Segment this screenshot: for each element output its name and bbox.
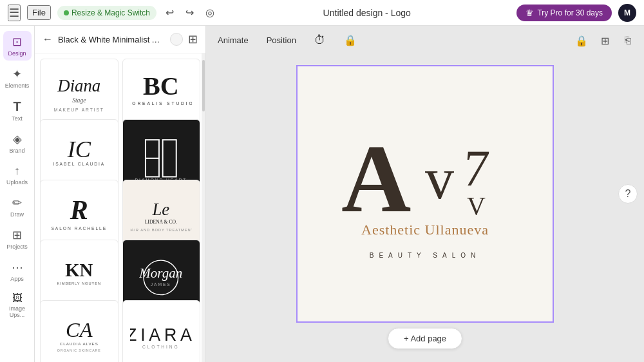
canvas-helper-button[interactable]: ? [618, 184, 638, 204]
color-filter[interactable] [170, 33, 183, 46]
uploads-icon: ↑ [14, 164, 20, 178]
svg-text:ORGANIC SKINCARE: ORGANIC SKINCARE [57, 348, 101, 352]
template-item[interactable]: ZIARA CLOTHING [122, 300, 201, 362]
draw-label: Draw [10, 211, 24, 218]
timeline-button[interactable]: ⏱ [309, 31, 331, 50]
svg-text:KIMBERLY NGUYEN: KIMBERLY NGUYEN [57, 282, 101, 286]
animate-button[interactable]: Animate [213, 33, 254, 48]
sidebar-item-projects[interactable]: ⊞ Projects [3, 224, 32, 254]
menu-button[interactable]: ☰ [8, 5, 21, 21]
logo-subtitle-row: BEAUTY SALON [361, 248, 489, 261]
canvas-area: Animate Position ⏱ 🔒 🔒 ⊞ ⎗ ? A v [206, 26, 644, 362]
svg-text:LIDENA & CO.: LIDENA & CO. [145, 219, 177, 225]
svg-text:CLAUDIA ALVES: CLAUDIA ALVES [60, 341, 99, 346]
svg-text:V: V [467, 191, 486, 218]
panel-header: ← Black & White Minimalist Aesthetic Ini… [35, 26, 205, 53]
filter-icon[interactable]: ⊞ [188, 32, 198, 46]
svg-text:CLOTHING: CLOTHING [143, 345, 180, 349]
grid-view-button[interactable]: ⊞ [595, 31, 614, 50]
share-button[interactable]: ⎗ [618, 31, 638, 50]
apps-label: Apps [10, 276, 24, 282]
design-label: Design [8, 50, 26, 57]
sidebar-item-text[interactable]: T Text [3, 95, 32, 126]
sidebar-item-brand[interactable]: ◈ Brand [3, 128, 32, 158]
sidebar-item-elements[interactable]: ✦ Elements [3, 63, 32, 93]
resize-label: Resize & Magic Switch [71, 8, 150, 17]
resize-dot [64, 10, 69, 15]
svg-text:Diana: Diana [57, 76, 100, 95]
main-area: ⊡ Design ✦ Elements T Text ◈ Brand ↑ Upl… [0, 26, 644, 362]
projects-label: Projects [6, 243, 28, 250]
pro-label: Try Pro for 30 days [537, 8, 603, 17]
position-button[interactable]: Position [261, 33, 301, 48]
sidebar-item-draw[interactable]: ✏ Draw [3, 192, 32, 222]
help-button[interactable]: ◎ [203, 4, 217, 21]
lock-icon-button[interactable]: 🔒 [572, 31, 591, 50]
back-button[interactable]: ← [43, 33, 53, 45]
svg-text:SALON RACHELLE: SALON RACHELLE [51, 226, 107, 231]
sidebar-item-image-ups[interactable]: 🖼 Image Ups... [3, 289, 32, 322]
image-ups-icon: 🖼 [12, 292, 23, 304]
svg-text:BOREALIS STUDIO: BOREALIS STUDIO [130, 101, 192, 106]
svg-text:CA: CA [66, 318, 93, 341]
svg-text:v: v [425, 147, 454, 211]
svg-text:BC: BC [143, 71, 179, 100]
svg-text:Morgan: Morgan [139, 265, 183, 281]
brand-icon: ◈ [13, 132, 22, 146]
svg-rect-8 [163, 140, 176, 176]
projects-icon: ⊞ [12, 228, 22, 242]
logo-container: A v 7 V Aesthetic Ullanueva [335, 128, 515, 261]
undo-button[interactable]: ↩ [163, 4, 176, 21]
svg-text:Aesthetic Ullanueva: Aesthetic Ullanueva [361, 222, 489, 238]
svg-text:BEAUTY SALON: BEAUTY SALON [370, 252, 481, 259]
logo-monogram: A v 7 V [341, 128, 509, 218]
sidebar-item-apps[interactable]: ⋯ Apps [3, 256, 32, 286]
elements-label: Elements [5, 82, 30, 89]
panel-title: Black & White Minimalist Aesthetic Init.… [58, 35, 165, 44]
template-grid: Diana Stage MAKEUP ARTIST BC BOREALIS ST… [35, 53, 205, 362]
svg-text:JAMES: JAMES [151, 283, 171, 287]
tools-sidebar: ⊡ Design ✦ Elements T Text ◈ Brand ↑ Upl… [0, 26, 35, 362]
scroll-thumb [202, 60, 205, 111]
svg-text:A: A [341, 128, 411, 218]
user-avatar[interactable]: M [618, 4, 636, 22]
svg-text:Le: Le [152, 200, 170, 219]
design-icon: ⊡ [12, 35, 22, 49]
canvas-top-icons: 🔒 ⊞ ⎗ [572, 31, 638, 50]
svg-text:MAKEUP ARTIST: MAKEUP ARTIST [54, 108, 104, 112]
svg-text:ISABEL CLAUDIA: ISABEL CLAUDIA [53, 162, 105, 166]
svg-text:7: 7 [461, 140, 492, 196]
add-page-button[interactable]: + Add page [388, 328, 462, 349]
svg-text:IC: IC [67, 137, 91, 162]
uploads-label: Uploads [6, 179, 28, 186]
text-icon: T [13, 99, 21, 114]
canvas-secondary-toolbar: Animate Position ⏱ 🔒 [213, 31, 362, 50]
svg-text:ZIARA: ZIARA [130, 325, 192, 345]
text-label: Text [12, 115, 23, 122]
topbar: ☰ File Resize & Magic Switch ↩ ↪ ◎ Untit… [0, 0, 644, 26]
sidebar-item-uploads[interactable]: ↑ Uploads [3, 160, 32, 189]
apps-icon: ⋯ [12, 260, 23, 274]
try-pro-button[interactable]: ♛ Try Pro for 30 days [516, 5, 612, 21]
svg-text:Stage: Stage [72, 97, 86, 104]
image-ups-label: Image Ups... [6, 305, 29, 318]
svg-text:KN: KN [65, 260, 93, 280]
svg-text:R: R [70, 195, 88, 224]
document-title: Untitled design - Logo [223, 8, 510, 18]
scroll-indicator [202, 53, 205, 362]
svg-text:HAIR AND BODY TREATMENT: HAIR AND BODY TREATMENT [130, 227, 192, 231]
file-menu-button[interactable]: File [27, 5, 51, 20]
logo-script-text: Aesthetic Ullanueva [335, 216, 515, 242]
sidebar-item-design[interactable]: ⊡ Design [3, 31, 32, 61]
draw-icon: ✏ [12, 196, 22, 210]
resize-magic-button[interactable]: Resize & Magic Switch [57, 6, 156, 20]
brand-label: Brand [9, 148, 24, 154]
lock-canvas-button[interactable]: 🔒 [339, 32, 362, 49]
template-item[interactable]: CA CLAUDIA ALVES ORGANIC SKINCARE [40, 300, 118, 362]
elements-icon: ✦ [12, 67, 22, 81]
crown-icon: ♛ [526, 8, 534, 18]
template-panel: ← Black & White Minimalist Aesthetic Ini… [35, 26, 206, 362]
redo-button[interactable]: ↪ [183, 4, 196, 21]
design-canvas[interactable]: A v 7 V Aesthetic Ullanueva [296, 65, 554, 323]
